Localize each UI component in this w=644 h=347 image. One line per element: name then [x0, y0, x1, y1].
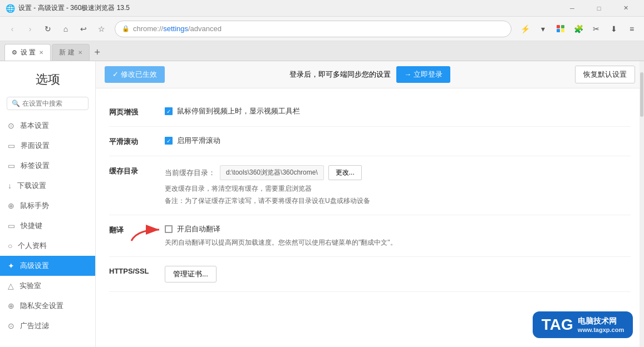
refresh-button[interactable]: ↻ — [40, 21, 56, 37]
cache-path-row: 当前缓存目录： d:\tools\360浏览器\360chrome\ 更改... — [165, 165, 631, 180]
tag-url: www.tagxp.com — [578, 326, 624, 333]
sidebar-item-download-label: 下载设置 — [17, 181, 46, 191]
webpage-boost-section: 网页增强 ✓ 鼠标停留到视频上时，显示视频工具栏 — [109, 97, 631, 127]
sidebar-item-adblock[interactable]: ⊙ 广告过滤 — [0, 316, 95, 336]
manage-cert-button[interactable]: 管理证书... — [165, 266, 217, 282]
mouse-settings-icon: ⊕ — [8, 201, 14, 210]
close-button[interactable]: ✕ — [613, 0, 638, 17]
sidebar-item-advanced[interactable]: ✦ 高级设置 — [0, 256, 95, 276]
maximize-button[interactable]: □ — [586, 0, 612, 17]
privacy-settings-icon: ⊕ — [8, 301, 14, 310]
titlebar-left: 🌐 设置 - 高级设置 - 360极速浏览器 13.5 — [6, 3, 130, 13]
translation-body: 开启自动翻译 关闭自动翻译可以提高网页加载速度。您依然可以使用右键菜单的"翻成中… — [165, 224, 631, 247]
tab-new[interactable]: 新 建 ✕ — [52, 44, 89, 61]
tab-settings-label: 设 置 — [21, 48, 36, 57]
tab-add-button[interactable]: + — [91, 46, 104, 59]
sidebar-item-shortcut[interactable]: ▭ 快捷键 — [0, 216, 95, 236]
address-path: settings — [163, 24, 188, 33]
cache-dir-section: 缓存目录 当前缓存目录： d:\tools\360浏览器\360chrome\ … — [109, 156, 631, 215]
translation-hint: 关闭自动翻译可以提高网页加载速度。您依然可以使用右键菜单的"翻成中文"。 — [165, 237, 631, 247]
tabbar: ⚙ 设 置 ✕ 新 建 ✕ + — [0, 41, 644, 61]
sidebar-item-privacy[interactable]: ⊕ 隐私安全设置 — [0, 296, 95, 316]
titlebar-controls: ─ □ ✕ — [559, 0, 638, 17]
star-button[interactable]: ☆ — [94, 21, 109, 37]
forward-button[interactable]: › — [22, 21, 38, 37]
change-cache-button[interactable]: 更改... — [328, 165, 362, 180]
tag-top: TAG 电脑技术网 www.tagxp.com — [542, 316, 624, 334]
minimize-button[interactable]: ─ — [559, 0, 585, 17]
back2-button[interactable]: ↩ — [76, 21, 91, 37]
tab-settings[interactable]: ⚙ 设 置 ✕ — [4, 44, 51, 61]
sidebar-item-lab[interactable]: △ 实验室 — [0, 276, 95, 296]
sidebar-item-tabs-label: 标签设置 — [21, 161, 50, 171]
app-icon: 🌐 — [6, 4, 15, 13]
profile-settings-icon: ○ — [8, 241, 12, 250]
lightning-button[interactable]: ⚡ — [517, 21, 533, 37]
cache-hint2: 备注：为了保证缓存正常读写，请不要将缓存目录设在U盘或移动设备 — [165, 196, 631, 206]
grid-button[interactable] — [553, 21, 568, 37]
cache-hint1: 更改缓存目录，将清空现有缓存，需要重启浏览器 — [165, 184, 631, 194]
sidebar-item-download[interactable]: ↓ 下载设置 — [0, 176, 95, 196]
lock-icon: 🔒 — [122, 25, 130, 32]
cache-path-value: d:\tools\360浏览器\360chrome\ — [220, 165, 324, 180]
sidebar-item-interface-label: 界面设置 — [21, 141, 50, 151]
address-sub: /advanced — [188, 24, 222, 33]
sidebar-item-profile[interactable]: ○ 个人资料 — [0, 236, 95, 256]
titlebar-title: 设置 - 高级设置 - 360极速浏览器 13.5 — [18, 3, 130, 13]
restore-defaults-button[interactable]: 恢复默认设置 — [575, 66, 635, 83]
menu-button[interactable]: ≡ — [624, 21, 640, 37]
download-button[interactable]: ⬇ — [606, 21, 622, 37]
content-area: ✓ 修改已生效 登录后，即可多端同步您的设置 → 立即登录 恢复默认设置 网页增… — [96, 61, 644, 347]
sidebar: 选项 🔍 ⊙ 基本设置 ▭ 界面设置 ▭ 标签设置 ↓ 下载设置 ⊕ 鼠标手势 … — [0, 61, 96, 347]
translation-checkbox[interactable] — [165, 225, 173, 233]
download-settings-icon: ↓ — [8, 181, 12, 190]
notification-bar: ✓ 修改已生效 登录后，即可多端同步您的设置 → 立即登录 恢复默认设置 — [96, 61, 644, 88]
interface-settings-icon: ▭ — [8, 141, 15, 150]
sidebar-item-advanced-label: 高级设置 — [20, 261, 49, 271]
advanced-settings-icon: ✦ — [8, 261, 14, 270]
address-bar[interactable]: 🔒 chrome://settings/advanced — [115, 21, 512, 37]
scrollbar-thumb[interactable] — [640, 72, 643, 117]
login-now-button[interactable]: → 立即登录 — [396, 66, 450, 83]
settings-content: 网页增强 ✓ 鼠标停留到视频上时，显示视频工具栏 平滑滚动 ✓ — [96, 88, 644, 301]
https-ssl-label: HTTPS/SSL — [109, 266, 154, 275]
sidebar-item-basic-label: 基本设置 — [20, 121, 49, 131]
puzzle-button[interactable]: 🧩 — [571, 21, 586, 37]
sidebar-item-privacy-label: 隐私安全设置 — [20, 301, 63, 311]
home-button[interactable]: ⌂ — [58, 21, 73, 37]
titlebar: 🌐 设置 - 高级设置 - 360极速浏览器 13.5 ─ □ ✕ — [0, 0, 644, 17]
tab-settings-icon2: ▭ — [8, 161, 15, 170]
tag-site-info: 电脑技术网 www.tagxp.com — [578, 316, 624, 333]
cut-button[interactable]: ✂ — [588, 21, 604, 37]
cache-dir-label: 缓存目录 — [109, 165, 154, 176]
tag-watermark: TAG 电脑技术网 www.tagxp.com — [533, 311, 633, 338]
smooth-scroll-text: 启用平滑滚动 — [177, 136, 220, 146]
back-button[interactable]: ‹ — [4, 21, 20, 37]
tag-letters: TAG — [542, 316, 573, 334]
check-icon2: ✓ — [166, 138, 171, 144]
sidebar-item-mouse[interactable]: ⊕ 鼠标手势 — [0, 196, 95, 216]
scrollbar[interactable] — [640, 61, 644, 347]
smooth-scroll-row: ✓ 启用平滑滚动 — [165, 136, 631, 146]
sidebar-item-lab-label: 实验室 — [19, 281, 41, 291]
webpage-boost-label: 网页增强 — [109, 106, 154, 117]
sidebar-item-tabs[interactable]: ▭ 标签设置 — [0, 156, 95, 176]
save-button[interactable]: ✓ 修改已生效 — [105, 66, 165, 83]
search-input[interactable] — [22, 100, 96, 107]
search-box[interactable]: 🔍 — [7, 97, 89, 110]
nav-right: ⚡ ▾ 🧩 ✂ ⬇ ≡ — [517, 21, 640, 37]
sidebar-item-interface[interactable]: ▭ 界面设置 — [0, 136, 95, 156]
translation-section: 翻译 — [109, 215, 631, 257]
https-ssl-body: 管理证书... — [165, 266, 631, 282]
tab-settings-close[interactable]: ✕ — [39, 49, 43, 56]
lightning-chevron-button[interactable]: ▾ — [535, 21, 550, 37]
sidebar-item-basic[interactable]: ⊙ 基本设置 — [0, 116, 95, 136]
tab-new-close[interactable]: ✕ — [78, 49, 82, 56]
smooth-scroll-section: 平滑滚动 ✓ 启用平滑滚动 — [109, 127, 631, 156]
translation-text: 开启自动翻译 — [177, 224, 220, 234]
sidebar-item-profile-label: 个人资料 — [18, 241, 47, 251]
webpage-boost-checkbox[interactable]: ✓ — [165, 107, 173, 115]
webpage-boost-body: ✓ 鼠标停留到视频上时，显示视频工具栏 — [165, 106, 631, 116]
smooth-scroll-checkbox[interactable]: ✓ — [165, 137, 173, 145]
tag-site-name: 电脑技术网 — [578, 316, 624, 326]
